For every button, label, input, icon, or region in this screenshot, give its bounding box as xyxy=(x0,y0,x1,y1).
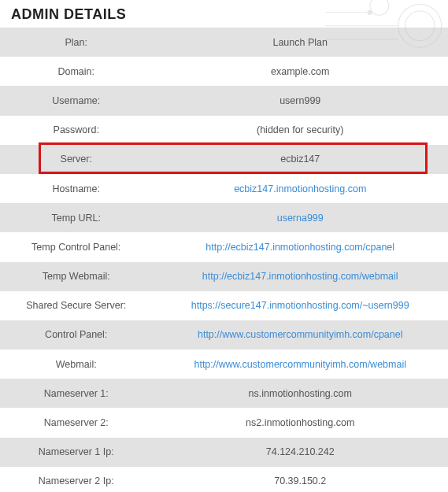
row-value: 70.39.150.2 xyxy=(152,467,448,492)
table-row: Temp Webmail:http://ecbiz147.inmotionhos… xyxy=(0,262,448,291)
row-label: Nameserver 2: xyxy=(0,408,152,437)
section-heading: ADMIN DETAILS xyxy=(0,0,448,28)
row-value: ns2.inmotionhosting.com xyxy=(152,408,448,437)
row-label: Nameserver 2 Ip: xyxy=(0,467,152,492)
row-value[interactable]: http://ecbiz147.inmotionhosting.com/cpan… xyxy=(152,232,448,261)
table-row: Nameserver 1:ns.inmotionhosting.com xyxy=(0,379,448,408)
row-label: Control Panel: xyxy=(0,320,152,350)
row-value-link[interactable]: userna999 xyxy=(277,213,324,224)
row-label: Password: xyxy=(0,116,152,145)
row-value: usern999 xyxy=(152,86,448,115)
row-label: Hostname: xyxy=(0,174,152,203)
row-label: Temp Webmail: xyxy=(0,262,152,291)
row-value-link[interactable]: http://www.customercommunityimh.com/cpan… xyxy=(198,329,403,340)
row-label: Plan: xyxy=(0,28,152,57)
row-label: Server: xyxy=(0,145,152,174)
row-value-link[interactable]: http://www.customercommunityimh.com/webm… xyxy=(194,359,406,370)
admin-details-table: Plan:Launch PlanDomain:example.comUserna… xyxy=(0,28,448,492)
table-row: Control Panel:http://www.customercommuni… xyxy=(0,320,448,350)
table-row: Temp URL:userna999 xyxy=(0,203,448,232)
row-value: (hidden for security) xyxy=(152,116,448,145)
row-label: Webmail: xyxy=(0,350,152,379)
table-row: Nameserver 2 Ip:70.39.150.2 xyxy=(0,467,448,492)
table-row: Server:ecbiz147 xyxy=(0,145,448,174)
row-value-link[interactable]: http://ecbiz147.inmotionhosting.com/cpan… xyxy=(205,242,394,253)
row-value[interactable]: http://ecbiz147.inmotionhosting.com/webm… xyxy=(152,262,448,291)
row-label: Domain: xyxy=(0,57,152,86)
table-row: Plan:Launch Plan xyxy=(0,28,448,57)
row-value: example.com xyxy=(152,57,448,86)
table-row: Webmail:http://www.customercommunityimh.… xyxy=(0,350,448,379)
row-value-link[interactable]: ecbiz147.inmotionhosting.com xyxy=(234,183,366,194)
table-row: Password:(hidden for security) xyxy=(0,116,448,145)
table-row: Hostname:ecbiz147.inmotionhosting.com xyxy=(0,174,448,203)
row-value[interactable]: http://www.customercommunityimh.com/cpan… xyxy=(152,320,448,350)
row-value: 74.124.210.242 xyxy=(152,438,448,467)
row-label: Nameserver 1: xyxy=(0,379,152,408)
table-row: Username:usern999 xyxy=(0,86,448,115)
table-row: Shared Secure Server:https://secure147.i… xyxy=(0,291,448,320)
row-value-link[interactable]: https://secure147.inmotionhosting.com/~u… xyxy=(191,300,409,311)
row-label: Shared Secure Server: xyxy=(0,291,152,320)
table-row: Domain:example.com xyxy=(0,57,448,86)
table-row: Temp Control Panel:http://ecbiz147.inmot… xyxy=(0,232,448,261)
row-label: Nameserver 1 Ip: xyxy=(0,438,152,467)
row-value[interactable]: userna999 xyxy=(152,203,448,232)
row-label: Username: xyxy=(0,86,152,115)
table-row: Nameserver 1 Ip:74.124.210.242 xyxy=(0,438,448,467)
row-label: Temp URL: xyxy=(0,203,152,232)
row-value[interactable]: https://secure147.inmotionhosting.com/~u… xyxy=(152,291,448,320)
row-value-link[interactable]: http://ecbiz147.inmotionhosting.com/webm… xyxy=(202,271,398,282)
row-value: Launch Plan xyxy=(152,28,448,57)
row-value[interactable]: http://www.customercommunityimh.com/webm… xyxy=(152,350,448,379)
row-value: ecbiz147 xyxy=(152,145,448,174)
row-value[interactable]: ecbiz147.inmotionhosting.com xyxy=(152,174,448,203)
row-label: Temp Control Panel: xyxy=(0,232,152,261)
row-value: ns.inmotionhosting.com xyxy=(152,379,448,408)
table-row: Nameserver 2:ns2.inmotionhosting.com xyxy=(0,408,448,437)
